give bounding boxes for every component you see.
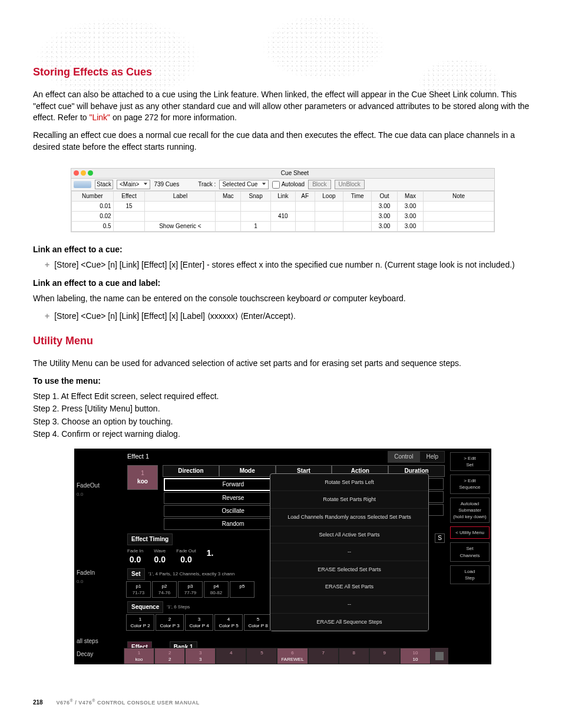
- unblock-button[interactable]: UnBlock: [335, 180, 365, 189]
- bank-slot-5[interactable]: 5: [246, 648, 277, 664]
- cue-sheet-figure: Cue Sheet Stack <Main> 739 Cues Track : …: [71, 168, 495, 232]
- effect-label: Effect 1: [127, 452, 149, 461]
- stack-label: Stack: [95, 180, 113, 189]
- seq-desc: '1', 6 Steps: [167, 604, 190, 610]
- util-item[interactable]: Rotate Set Parts Right: [270, 491, 428, 509]
- step-4: Step 4. Confirm or reject warning dialog…: [33, 429, 533, 440]
- left-fadeout: FadeOut0.0: [74, 480, 124, 498]
- util-item[interactable]: ERASE All Set Parts: [270, 578, 428, 596]
- utility-para: The Utility Menu can be used for advance…: [33, 358, 533, 370]
- bank-slot-10[interactable]: 1010: [400, 648, 431, 664]
- track-dropdown[interactable]: Selected Cue: [219, 180, 269, 189]
- body-para-2: Recalling an effect cue does a normal cu…: [33, 130, 533, 153]
- steps-list: Step 1. At Effect Edit screen, select re…: [33, 391, 533, 440]
- side-button[interactable]: > Edit Set: [450, 452, 490, 471]
- tab-help[interactable]: Help: [419, 451, 445, 463]
- set-desc: '1', 4 Parts, 12 Channels, exactly 3 cha…: [148, 571, 235, 577]
- col-max: Max: [398, 192, 424, 202]
- label-note: When labeling, the name can be entered o…: [33, 293, 533, 305]
- link-ref[interactable]: "Link": [89, 113, 110, 122]
- bullet-2-text: [Store] <Cue> [n] [Link] [Effect] [x] [L…: [54, 311, 296, 322]
- window-controls: [74, 170, 93, 176]
- bullet-1-text: [Store] <Cue> [n] [Link] [Effect] [x] [E…: [54, 259, 515, 271]
- page-footer: 218 V676® / V476® CONTROL CONSOLE USER M…: [33, 698, 200, 707]
- table-row[interactable]: 0.01153.003.00: [72, 202, 494, 212]
- col-loop: Loop: [315, 192, 343, 202]
- bullet-icon: +: [45, 311, 49, 322]
- bank-slot-2[interactable]: 22: [154, 648, 185, 664]
- stack-dropdown[interactable]: <Main>: [117, 180, 150, 189]
- timing-wave[interactable]: Wave0.0: [154, 548, 166, 566]
- part-p4[interactable]: p480-82: [204, 581, 229, 598]
- hdr-mode: Mode: [219, 465, 276, 477]
- util-item[interactable]: Load Channels Randomly across Selected S…: [270, 509, 428, 526]
- utility-menu-popup: Rotate Set Parts LeftRotate Set Parts Ri…: [270, 473, 429, 631]
- table-row[interactable]: 0.024103.003.00: [72, 212, 494, 222]
- table-row[interactable]: 0.5Show Generic <13.003.00: [72, 222, 494, 232]
- side-button[interactable]: > Edit Sequence: [450, 475, 490, 493]
- side-button[interactable]: Set Channels: [450, 542, 490, 561]
- bank-slot-1[interactable]: 1koo: [124, 648, 154, 664]
- util-item[interactable]: --: [270, 543, 428, 561]
- cs-title-label: Cue Sheet: [281, 170, 309, 176]
- autoload-check[interactable]: Autoload: [272, 180, 305, 189]
- bank-slot-9[interactable]: 9: [369, 648, 400, 664]
- left-fadein: FadeIn0.0: [74, 568, 124, 585]
- col-time: Time: [343, 192, 372, 202]
- col-snap: Snap: [241, 192, 270, 202]
- util-item[interactable]: --: [270, 596, 428, 614]
- col-out: Out: [372, 192, 398, 202]
- stop-icon[interactable]: [431, 648, 448, 664]
- set-label: Set: [127, 568, 145, 580]
- side-button[interactable]: Load Step: [450, 565, 490, 584]
- util-item[interactable]: Select All Active Set Parts: [270, 526, 428, 544]
- timing-extra[interactable]: 1.: [207, 548, 214, 566]
- left-decay: Decay: [74, 649, 124, 660]
- part-p5[interactable]: p5: [230, 581, 254, 598]
- left-all steps: all steps: [74, 636, 124, 647]
- seq-2[interactable]: 2Color P 3: [156, 614, 184, 631]
- col-af: AF: [295, 192, 315, 202]
- bank-slot-7[interactable]: 7: [308, 648, 339, 664]
- util-item[interactable]: ERASE All Sequence Steps: [270, 614, 428, 631]
- seq-5[interactable]: 5Color P 8: [244, 614, 272, 631]
- body-para-1: An effect can also be attached to a cue …: [33, 89, 533, 124]
- cue-grid: NumberEffectLabelMacSnapLinkAFLoopTimeOu…: [71, 191, 494, 232]
- timing-fade-in[interactable]: Fade In0.0: [127, 548, 143, 566]
- part-p2[interactable]: p274-76: [152, 581, 177, 598]
- col-label: Label: [145, 192, 216, 202]
- bank-slot-4[interactable]: 4: [216, 648, 246, 664]
- bullet-icon: +: [45, 259, 49, 271]
- manual-title: V676® / V476® CONTROL CONSOLE USER MANUA…: [56, 700, 199, 706]
- block-button[interactable]: Block: [308, 180, 330, 189]
- seq-3[interactable]: 3Color P 4: [185, 614, 213, 631]
- timing-fade-out[interactable]: Fade Out0.0: [176, 548, 196, 566]
- util-item[interactable]: ERASE Selected Set Parts: [270, 561, 428, 579]
- side-button[interactable]: Autoload Submaster (hold key down): [450, 498, 490, 523]
- bank-slot-6[interactable]: 6FAREWEL: [277, 648, 308, 664]
- timing-label: Effect Timing: [127, 533, 173, 545]
- seq-label: Sequence: [127, 601, 163, 613]
- track-label: Track :: [198, 180, 216, 189]
- step-1: Step 1. At Effect Edit screen, select re…: [33, 391, 533, 403]
- col-note: Note: [424, 192, 494, 202]
- cue-count: 739 Cues: [154, 180, 179, 189]
- tab-control[interactable]: Control: [388, 451, 419, 463]
- part-p3[interactable]: p377-79: [178, 581, 203, 598]
- para-1b: on page 272 for more information.: [113, 113, 237, 122]
- subheading-link-cue: Link an effect to a cue:: [33, 244, 533, 256]
- col-number: Number: [72, 192, 114, 202]
- bank-slot-8[interactable]: 8: [339, 648, 369, 664]
- seq-4[interactable]: 4Color P 5: [214, 614, 243, 631]
- effect-tile[interactable]: 1 koo: [127, 465, 158, 490]
- heading-storing-effects: Storing Effects as Cues: [33, 65, 533, 80]
- part-p1[interactable]: p171-73: [126, 581, 151, 598]
- bullet-1: + [Store] <Cue> [n] [Link] [Effect] [x] …: [45, 259, 533, 271]
- seq-1[interactable]: 1Color P 2: [126, 614, 154, 631]
- bullet-2: + [Store] <Cue> [n] [Link] [Effect] [x] …: [45, 311, 533, 322]
- bank-slot-3[interactable]: 33: [185, 648, 216, 664]
- subheading-usemenu: To use the menu:: [33, 375, 533, 387]
- page-number: 218: [33, 699, 43, 706]
- util-item[interactable]: Rotate Set Parts Left: [270, 474, 428, 492]
- side-button[interactable]: < Utility Menu: [450, 526, 490, 539]
